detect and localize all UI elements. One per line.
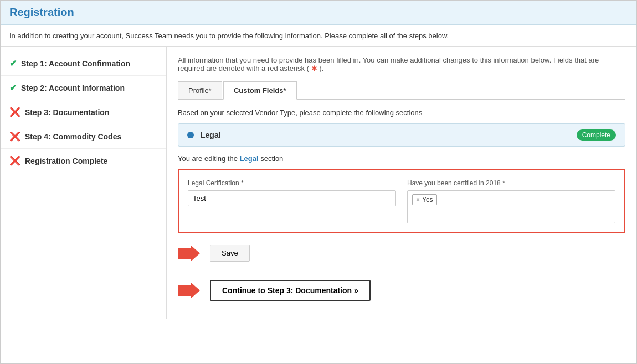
tab-bar: Profile* Custom Fields*	[178, 81, 625, 100]
info-text-part1: All information that you need to provide…	[178, 56, 599, 72]
editing-text: You are editing the Legal section	[178, 154, 625, 163]
error-icon-step3: ❌	[9, 107, 20, 117]
check-icon-step2: ✔	[9, 82, 17, 93]
vendor-type-text: Based on your selected Vendor Type, plea…	[178, 108, 625, 117]
certified-2018-label: Have you been certified in 2018 *	[407, 179, 615, 187]
sidebar-item-step5[interactable]: ❌ Registration Complete	[1, 149, 166, 173]
sidebar-item-step4[interactable]: ❌ Step 4: Commodity Codes	[1, 124, 166, 149]
yes-tag[interactable]: × Yes	[412, 194, 437, 205]
yes-tag-remove[interactable]: ×	[416, 196, 420, 204]
sidebar-label-step3: Step 3: Documentation	[25, 108, 109, 117]
field-group-certified-2018: Have you been certified in 2018 * × Yes	[407, 179, 615, 223]
tab-profile[interactable]: Profile*	[178, 81, 222, 99]
divider	[178, 271, 625, 271]
intro-text: In addition to creating your account, Su…	[9, 32, 449, 40]
intro-bar: In addition to creating your account, Su…	[1, 25, 636, 47]
continue-row: Continue to Step 3: Documentation »	[178, 280, 625, 301]
svg-marker-1	[178, 283, 200, 298]
editing-link[interactable]: Legal	[240, 154, 259, 163]
section-bar: Legal Complete	[178, 123, 625, 147]
complete-badge: Complete	[577, 129, 616, 141]
continue-button[interactable]: Continue to Step 3: Documentation »	[210, 280, 371, 301]
sidebar-label-step4: Step 4: Commodity Codes	[25, 132, 121, 141]
save-button[interactable]: Save	[210, 245, 250, 262]
main-layout: ✔ Step 1: Account Confirmation ✔ Step 2:…	[1, 47, 636, 319]
sidebar-item-step2[interactable]: ✔ Step 2: Account Information	[1, 76, 166, 100]
svg-marker-0	[178, 246, 200, 261]
legal-cert-label: Legal Cerification *	[188, 179, 396, 187]
error-icon-step4: ❌	[9, 131, 20, 142]
content-area: All information that you need to provide…	[167, 47, 636, 319]
info-text-part2: ).	[319, 64, 323, 72]
req-asterisk: ✱	[311, 64, 317, 72]
save-arrow-icon	[178, 245, 200, 262]
info-text-block: All information that you need to provide…	[178, 56, 625, 72]
section-dot	[187, 132, 194, 138]
sidebar-label-step2: Step 2: Account Information	[21, 84, 125, 92]
error-icon-step5: ❌	[9, 155, 20, 166]
sidebar-item-step3[interactable]: ❌ Step 3: Documentation	[1, 100, 166, 124]
continue-arrow-wrapper	[178, 282, 204, 299]
field-group-legal-cert: Legal Cerification *	[188, 179, 396, 223]
page-wrapper: Registration In addition to creating you…	[0, 0, 637, 364]
section-label: Legal	[201, 131, 577, 139]
form-fields-box: Legal Cerification * Have you been certi…	[178, 169, 625, 233]
page-header: Registration	[1, 1, 636, 25]
tab-custom-fields[interactable]: Custom Fields*	[223, 81, 297, 100]
save-row: Save	[178, 245, 625, 262]
editing-prefix: You are editing the	[178, 154, 240, 163]
legal-cert-input[interactable]	[188, 190, 396, 206]
sidebar-label-step1: Step 1: Account Confirmation	[21, 59, 130, 68]
sidebar-item-step1[interactable]: ✔ Step 1: Account Confirmation	[1, 51, 166, 76]
page-title: Registration	[9, 6, 628, 19]
sidebar: ✔ Step 1: Account Confirmation ✔ Step 2:…	[1, 47, 167, 319]
yes-tag-label: Yes	[422, 196, 433, 204]
certified-2018-tag-select[interactable]: × Yes	[407, 190, 615, 223]
sidebar-label-step5: Registration Complete	[25, 157, 107, 165]
continue-arrow-icon	[178, 282, 200, 299]
save-arrow-wrapper	[178, 245, 204, 262]
check-icon-step1: ✔	[9, 58, 17, 69]
editing-suffix: section	[260, 154, 283, 163]
